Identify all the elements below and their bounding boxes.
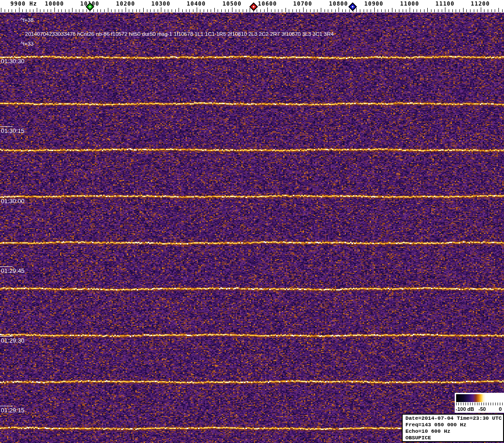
freq-tick-label: 10000 xyxy=(45,0,64,7)
time-tick xyxy=(0,266,13,267)
freq-tick-label: 10700 xyxy=(293,0,312,7)
colorbar-label-min: -100 dB xyxy=(456,406,474,412)
info-line-freq: Freq=143 050 000 Hz xyxy=(405,422,503,428)
frequency-ruler: 9900 Hz100001010010200103001040010500106… xyxy=(0,0,504,13)
time-tick-label: 01:30:15 xyxy=(1,127,25,134)
freq-tick-label: 9900 Hz xyxy=(10,0,37,7)
marker-center-dot xyxy=(89,6,91,7)
annotation-t38: ^t+38 xyxy=(20,17,33,23)
freq-tick-label: 11200 xyxy=(471,0,490,7)
time-tick-label: 01:29:15 xyxy=(1,407,25,414)
time-tick-label: 01:30:30 xyxy=(1,58,25,65)
freq-tick-label: 10900 xyxy=(364,0,383,7)
info-box: Date=2014-07-04 Time=23:30 UTC Freq=143 … xyxy=(402,414,504,442)
annotation-event: 20140704233033476 hCnt26 nb-86 f10572 hi… xyxy=(25,31,334,37)
marker-center-dot xyxy=(252,6,254,7)
annotation-t33: ^t+33 xyxy=(20,41,33,46)
freq-tick-label: 11000 xyxy=(400,0,419,7)
colorbar-legend: -100 dB -50 0 xyxy=(455,393,504,413)
spectrogram-window: 9900 Hz100001010010200103001040010500106… xyxy=(0,0,504,443)
time-tick-label: 01:29:30 xyxy=(1,337,25,344)
info-line-station: OBSUPICE xyxy=(405,435,503,441)
colorbar-label-mid: -50 xyxy=(478,406,486,412)
colorbar-ticks xyxy=(456,403,503,405)
freq-tick-label: 10200 xyxy=(116,0,135,7)
time-tick xyxy=(0,126,13,127)
freq-tick-label: 10800 xyxy=(329,0,348,7)
spectrogram-canvas xyxy=(0,13,504,443)
time-tick-label: 01:29:45 xyxy=(1,267,25,274)
marker-center-dot xyxy=(351,6,353,7)
freq-tick-label: 11100 xyxy=(435,0,454,7)
time-tick xyxy=(0,57,13,57)
time-tick xyxy=(0,336,13,337)
colorbar-label-max: 0 xyxy=(499,406,502,412)
colorbar-gradient xyxy=(456,394,502,402)
time-tick xyxy=(0,406,13,406)
time-tick-label: 01:30:00 xyxy=(1,198,25,205)
freq-tick-label: 10500 xyxy=(222,0,241,7)
info-line-date: Date=2014-07-04 Time=23:30 UTC xyxy=(405,415,503,422)
info-line-echo: Echo=10 600 Hz xyxy=(405,428,503,435)
freq-tick-label: 10300 xyxy=(151,0,170,7)
time-tick xyxy=(0,197,13,197)
freq-tick-label: 10600 xyxy=(258,0,277,7)
freq-tick-label: 10400 xyxy=(186,0,206,7)
